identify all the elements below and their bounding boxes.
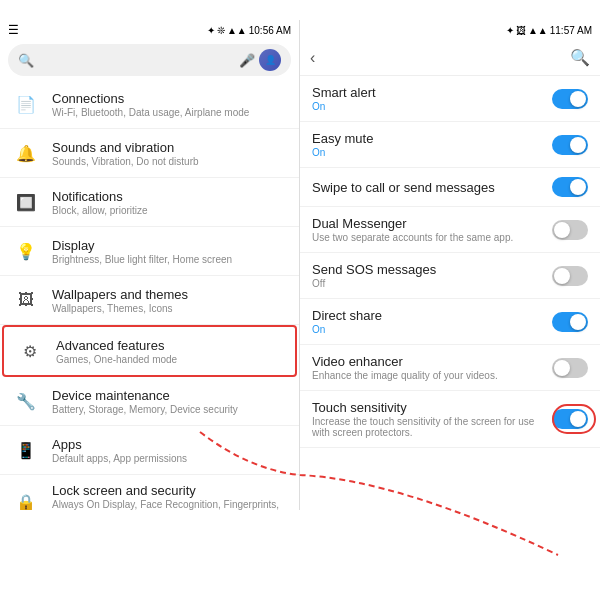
settings-item-8[interactable]: 🔒 Lock screen and security Always On Dis… [0,475,299,510]
settings-item-title-2: Notifications [52,189,289,204]
time-left: 10:56 AM [249,25,291,36]
settings-item-icon-5: ⚙ [14,335,46,367]
settings-item-3[interactable]: 💡 Display Brightness, Blue light filter,… [0,227,299,276]
feature-title-1: Easy mute [312,131,552,146]
toggle-circle-4 [554,268,570,284]
settings-item-subtitle-6: Battery, Storage, Memory, Device securit… [52,404,289,415]
wifi-icon: ❊ [217,25,225,36]
toggle-6[interactable] [552,358,588,378]
right-status-right: ✦ 🖼 ▲▲ 11:57 AM [506,25,592,36]
feature-item-5[interactable]: Direct share On [300,299,600,345]
settings-item-title-7: Apps [52,437,289,452]
toggle-circle-1 [570,137,586,153]
settings-item-6[interactable]: 🔧 Device maintenance Battery, Storage, M… [0,377,299,426]
feature-title-2: Swipe to call or send messages [312,180,552,195]
left-status-icon: ☰ [8,23,19,37]
toggle-3[interactable] [552,220,588,240]
settings-item-icon-0: 📄 [10,88,42,120]
settings-item-subtitle-5: Games, One-handed mode [56,354,285,365]
toggle-circle-0 [570,91,586,107]
feature-title-5: Direct share [312,308,552,323]
settings-item-icon-1: 🔔 [10,137,42,169]
feature-subtitle-6: Enhance the image quality of your videos… [312,370,552,381]
panel-header: ‹ 🔍 [300,40,600,76]
settings-item-subtitle-7: Default apps, App permissions [52,453,289,464]
feature-title-0: Smart alert [312,85,552,100]
r-signal-icon: ▲▲ [528,25,548,36]
feature-item-4[interactable]: Send SOS messages Off [300,253,600,299]
toggle-circle-3 [554,222,570,238]
settings-item-title-8: Lock screen and security [52,483,289,498]
feature-subtitle-1: On [312,147,552,158]
left-panel: ☰ ✦ ❊ ▲▲ 10:56 AM 🔍 🎤 👤 📄 Connections Wi… [0,20,300,510]
settings-item-subtitle-4: Wallpapers, Themes, Icons [52,303,289,314]
signal-icon: ▲▲ [227,25,247,36]
settings-item-title-6: Device maintenance [52,388,289,403]
right-panel: ✦ 🖼 ▲▲ 11:57 AM ‹ 🔍 Smart alert On [300,20,600,510]
settings-item-icon-4: 🖼 [10,284,42,316]
toggle-2[interactable] [552,177,588,197]
settings-item-title-3: Display [52,238,289,253]
settings-item-icon-3: 💡 [10,235,42,267]
mic-icon: 🎤 [239,53,255,68]
settings-item-1[interactable]: 🔔 Sounds and vibration Sounds, Vibration… [0,129,299,178]
bluetooth-icon: ✦ [207,25,215,36]
toggle-circle-2 [570,179,586,195]
user-avatar: 👤 [259,49,281,71]
settings-item-title-1: Sounds and vibration [52,140,289,155]
settings-item-2[interactable]: 🔲 Notifications Block, allow, prioritize [0,178,299,227]
feature-title-7: Touch sensitivity [312,400,552,415]
toggle-7[interactable] [552,409,588,429]
r-bluetooth-icon: ✦ [506,25,514,36]
settings-item-icon-7: 📱 [10,434,42,466]
settings-item-title-5: Advanced features [56,338,285,353]
settings-item-4[interactable]: 🖼 Wallpapers and themes Wallpapers, Them… [0,276,299,325]
left-status-right: ✦ ❊ ▲▲ 10:56 AM [207,25,291,36]
feature-subtitle-7: Increase the touch sensitivity of the sc… [312,416,552,438]
settings-item-5[interactable]: ⚙ Advanced features Games, One-handed mo… [2,325,297,377]
search-bar[interactable]: 🔍 🎤 👤 [8,44,291,76]
feature-item-7[interactable]: Touch sensitivity Increase the touch sen… [300,391,600,448]
panels-container: ☰ ✦ ❊ ▲▲ 10:56 AM 🔍 🎤 👤 📄 Connections Wi… [0,20,600,510]
settings-item-icon-8: 🔒 [10,486,42,510]
settings-item-subtitle-0: Wi-Fi, Bluetooth, Data usage, Airplane m… [52,107,289,118]
toggle-circle-6 [554,360,570,376]
feature-subtitle-3: Use two separate accounts for the same a… [312,232,552,243]
settings-item-icon-2: 🔲 [10,186,42,218]
feature-subtitle-4: Off [312,278,552,289]
r-time: 11:57 AM [550,25,592,36]
feature-item-3[interactable]: Dual Messenger Use two separate accounts… [300,207,600,253]
feature-title-6: Video enhancer [312,354,552,369]
settings-item-title-4: Wallpapers and themes [52,287,289,302]
feature-item-1[interactable]: Easy mute On [300,122,600,168]
settings-item-subtitle-8: Always On Display, Face Recognition, Fin… [52,499,289,510]
feature-title-3: Dual Messenger [312,216,552,231]
feature-list: Smart alert On Easy mute On Swipe to cal… [300,76,600,448]
feature-subtitle-5: On [312,324,552,335]
feature-item-0[interactable]: Smart alert On [300,76,600,122]
feature-item-2[interactable]: Swipe to call or send messages [300,168,600,207]
toggle-circle-7 [570,411,586,427]
toggle-4[interactable] [552,266,588,286]
feature-subtitle-0: On [312,101,552,112]
header [0,0,600,20]
feature-title-4: Send SOS messages [312,262,552,277]
settings-item-0[interactable]: 📄 Connections Wi-Fi, Bluetooth, Data usa… [0,80,299,129]
left-status-bar: ☰ ✦ ❊ ▲▲ 10:56 AM [0,20,299,40]
settings-item-icon-6: 🔧 [10,385,42,417]
settings-item-subtitle-3: Brightness, Blue light filter, Home scre… [52,254,289,265]
search-icon: 🔍 [18,53,34,68]
r-photo-icon: 🖼 [516,25,526,36]
settings-list: 📄 Connections Wi-Fi, Bluetooth, Data usa… [0,80,299,510]
settings-item-7[interactable]: 📱 Apps Default apps, App permissions [0,426,299,475]
toggle-1[interactable] [552,135,588,155]
settings-item-title-0: Connections [52,91,289,106]
toggle-0[interactable] [552,89,588,109]
right-status-bar: ✦ 🖼 ▲▲ 11:57 AM [300,20,600,40]
back-button[interactable]: ‹ [310,49,315,67]
toggle-5[interactable] [552,312,588,332]
toggle-circle-5 [570,314,586,330]
feature-item-6[interactable]: Video enhancer Enhance the image quality… [300,345,600,391]
header-search-icon[interactable]: 🔍 [570,48,590,67]
settings-item-subtitle-2: Block, allow, prioritize [52,205,289,216]
